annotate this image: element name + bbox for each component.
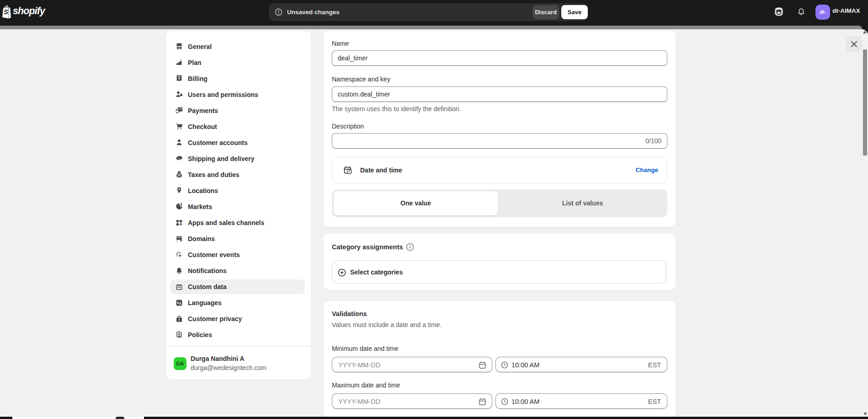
svg-text:S: S — [4, 8, 8, 16]
